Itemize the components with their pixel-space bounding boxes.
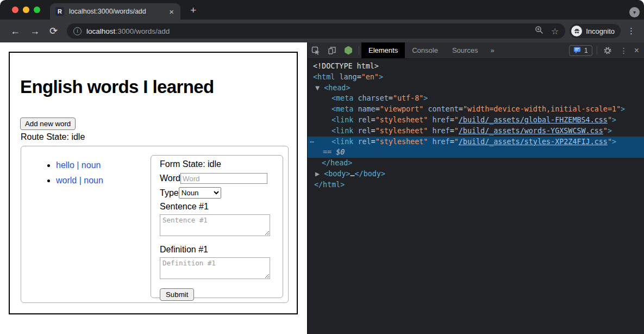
code-token: rel [358,116,371,124]
type-select[interactable]: Noun [179,187,221,199]
vue-devtools-icon[interactable] [340,42,357,58]
dom-tree-node[interactable]: == $0 [308,147,644,158]
elements-tree: <!DOCTYPE html><html lang="en">▼ <head><… [308,60,644,334]
minimize-window-button[interactable] [23,7,29,13]
tab-title: localhost:3000/words/add [64,8,168,15]
close-window-button[interactable] [12,7,18,13]
settings-gear-icon[interactable] [599,46,616,55]
code-token: charset [358,94,388,102]
dom-tree-node[interactable]: <link rel="stylesheet" href="/build/_ass… [308,126,644,137]
node-options-icon[interactable]: ⋯ [310,137,314,147]
code-token: "en" [361,73,379,81]
app-container: English words I learned Add new word Rou… [9,52,298,314]
word-label: Word [160,174,180,183]
code-token: <head> [324,84,350,92]
incognito-icon [571,26,582,36]
code-token: = [371,116,376,124]
code-token: href [432,138,449,146]
dom-tree-node[interactable]: </html> [308,180,644,190]
definition-textarea[interactable] [160,257,270,279]
zoom-window-button[interactable] [34,7,40,13]
tab-sources[interactable]: Sources [445,42,485,58]
browser-tab[interactable]: R localhost:3000/words/add × [50,3,180,20]
more-tabs-button[interactable]: » [485,42,500,58]
code-token: <link [332,116,353,124]
zoom-level-icon[interactable] [535,26,543,36]
forward-button[interactable]: → [25,26,45,37]
type-label: Type [160,188,179,198]
code-token: = [450,138,454,146]
toolbar-divider [597,46,597,55]
url-host: localhost [86,27,115,35]
sentence-textarea[interactable] [160,214,270,236]
code-token: content [428,105,458,113]
toolbar-divider [359,46,359,55]
code-token: name [358,105,375,113]
word-row: Word [160,173,274,184]
dom-tree-node[interactable]: ▶ <body>…</body> [308,169,644,180]
remix-favicon-icon: R [55,7,64,16]
code-token: = [459,105,463,113]
code-token: <meta [332,105,353,113]
issues-count: 1 [584,47,588,54]
form-state-text: Form State: idle [160,159,274,169]
tab-search-button[interactable]: ▾ [629,7,640,17]
code-token: <body> [324,170,350,178]
tab-console[interactable]: Console [405,42,445,58]
new-tab-button[interactable]: + [190,4,196,16]
tab-elements[interactable]: Elements [361,42,405,58]
type-row: Type Noun [160,187,274,199]
code-token: = [389,94,393,102]
definition-label: Definition #1 [160,245,274,255]
word-input[interactable] [180,173,267,184]
incognito-label: Incognito [586,27,615,35]
back-button[interactable]: ← [5,26,25,37]
code-token: > [612,116,616,124]
dom-tree-node[interactable]: <meta name="viewport" content="width=dev… [308,104,644,115]
code-token: = [450,116,454,124]
dom-tree-node[interactable]: ▼ <head> [308,83,644,94]
incognito-badge: Incognito [570,24,621,38]
message-bubble-icon [573,46,582,54]
dom-tree-node[interactable]: <meta charset="utf-8"> [308,93,644,104]
issues-counter[interactable]: 1 [569,45,592,56]
add-new-word-button[interactable]: Add new word [20,117,76,130]
dom-tree-node[interactable]: </head> [308,158,644,169]
dom-tree-node[interactable]: ⋯<link rel="stylesheet" href="/build/_as… [308,137,644,147]
inspect-element-icon[interactable] [308,42,324,58]
devtools-close-icon[interactable]: × [632,46,644,55]
code-token: > [423,94,428,102]
code-token: > [612,138,616,146]
word-link[interactable]: hello | noun [56,160,101,170]
dom-tree-node[interactable]: <html lang="en"> [308,72,644,83]
code-token: > [608,127,612,135]
dom-tree-node[interactable]: <!DOCTYPE html> [308,61,644,72]
code-token: "width=device-width,initial-scale=1" [463,105,621,113]
code-token: "stylesheet" [376,116,428,124]
code-token: /build/_assets/global-FHZEMBS4.css [459,116,608,124]
code-token: <html [313,73,335,81]
code-token: lang [339,73,357,81]
devtools-menu-icon[interactable]: ⋮ [616,46,632,55]
word-link[interactable]: world | noun [56,176,103,185]
code-token: /build/_assets/words-YGXSWCSW.css [459,127,603,135]
address-bar[interactable]: i localhost :3000/words/add ☆ [67,23,565,39]
code-token: <link [332,138,353,146]
dom-tree-node[interactable]: <link rel="stylesheet" href="/build/_ass… [308,115,644,126]
tab-close-icon[interactable]: × [168,8,175,16]
reload-button[interactable]: ⟳ [45,25,62,37]
code-token: href [432,127,449,135]
code-token: $0 [336,148,345,156]
device-toolbar-icon[interactable] [324,42,340,58]
browser-window: R localhost:3000/words/add × + ▾ ← → ⟳ i… [0,0,644,334]
code-token: " [608,138,612,146]
page-info-icon[interactable]: i [73,27,82,35]
submit-button[interactable]: Submit [160,288,194,301]
code-token: <!DOCTYPE html> [313,62,379,70]
bookmark-star-icon[interactable]: ☆ [551,26,559,36]
browser-menu-button[interactable]: ⋮ [624,26,639,36]
word-list-item: hello | noun [56,160,103,170]
browser-toolbar: ← → ⟳ i localhost :3000/words/add ☆ [0,20,644,42]
code-token: = [357,73,361,81]
devtools-toolbar: Elements Console Sources » 1 [308,42,644,59]
